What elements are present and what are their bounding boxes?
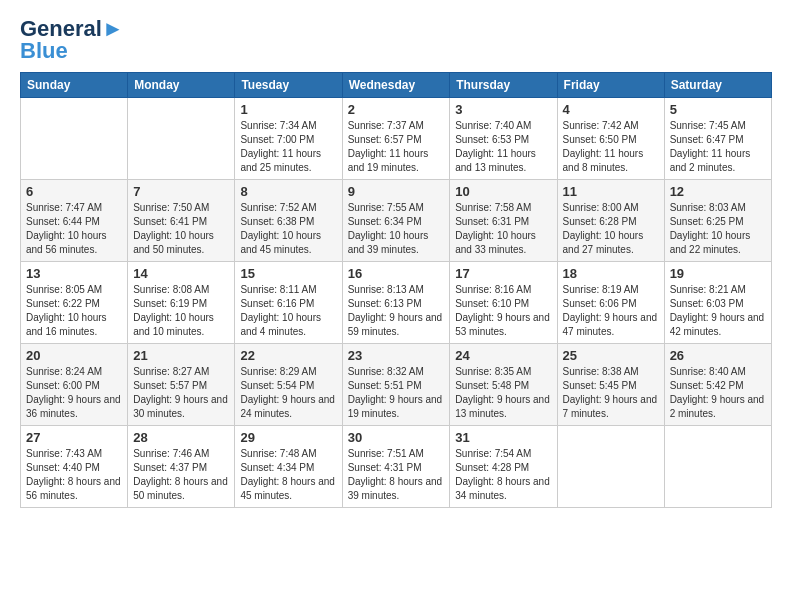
day-info-line: Sunrise: 7:34 AM bbox=[240, 119, 336, 133]
calendar-cell: 14Sunrise: 8:08 AMSunset: 6:19 PMDayligh… bbox=[128, 262, 235, 344]
day-number: 17 bbox=[455, 266, 551, 281]
calendar-cell: 10Sunrise: 7:58 AMSunset: 6:31 PMDayligh… bbox=[450, 180, 557, 262]
day-number: 11 bbox=[563, 184, 659, 199]
day-info-line: Daylight: 8 hours and 39 minutes. bbox=[348, 475, 445, 503]
day-info-line: Sunset: 6:50 PM bbox=[563, 133, 659, 147]
day-number: 5 bbox=[670, 102, 766, 117]
day-info-line: Sunrise: 7:54 AM bbox=[455, 447, 551, 461]
day-info-line: Sunset: 4:28 PM bbox=[455, 461, 551, 475]
day-info-line: Sunset: 6:53 PM bbox=[455, 133, 551, 147]
day-info-line: Daylight: 8 hours and 45 minutes. bbox=[240, 475, 336, 503]
day-info-line: Daylight: 9 hours and 7 minutes. bbox=[563, 393, 659, 421]
day-info-line: Sunset: 6:41 PM bbox=[133, 215, 229, 229]
day-number: 1 bbox=[240, 102, 336, 117]
calendar-cell: 7Sunrise: 7:50 AMSunset: 6:41 PMDaylight… bbox=[128, 180, 235, 262]
calendar-cell: 2Sunrise: 7:37 AMSunset: 6:57 PMDaylight… bbox=[342, 98, 450, 180]
day-info-line: Sunrise: 7:52 AM bbox=[240, 201, 336, 215]
day-info-line: Sunrise: 8:32 AM bbox=[348, 365, 445, 379]
day-info-line: Sunrise: 8:11 AM bbox=[240, 283, 336, 297]
day-info-line: Daylight: 11 hours and 2 minutes. bbox=[670, 147, 766, 175]
calendar-cell: 24Sunrise: 8:35 AMSunset: 5:48 PMDayligh… bbox=[450, 344, 557, 426]
calendar-cell: 26Sunrise: 8:40 AMSunset: 5:42 PMDayligh… bbox=[664, 344, 771, 426]
calendar-cell: 27Sunrise: 7:43 AMSunset: 4:40 PMDayligh… bbox=[21, 426, 128, 508]
day-number: 23 bbox=[348, 348, 445, 363]
day-info-line: Daylight: 9 hours and 19 minutes. bbox=[348, 393, 445, 421]
day-info-line: Sunset: 4:37 PM bbox=[133, 461, 229, 475]
day-info-line: Sunrise: 7:46 AM bbox=[133, 447, 229, 461]
calendar-table: SundayMondayTuesdayWednesdayThursdayFrid… bbox=[20, 72, 772, 508]
day-number: 4 bbox=[563, 102, 659, 117]
day-number: 3 bbox=[455, 102, 551, 117]
calendar-cell: 19Sunrise: 8:21 AMSunset: 6:03 PMDayligh… bbox=[664, 262, 771, 344]
day-number: 8 bbox=[240, 184, 336, 199]
day-info-line: Sunrise: 8:05 AM bbox=[26, 283, 122, 297]
calendar-cell: 3Sunrise: 7:40 AMSunset: 6:53 PMDaylight… bbox=[450, 98, 557, 180]
day-info-line: Sunset: 6:03 PM bbox=[670, 297, 766, 311]
day-info-line: Sunrise: 8:03 AM bbox=[670, 201, 766, 215]
logo-subtext: Blue bbox=[20, 38, 68, 64]
day-number: 25 bbox=[563, 348, 659, 363]
day-number: 12 bbox=[670, 184, 766, 199]
calendar-cell: 22Sunrise: 8:29 AMSunset: 5:54 PMDayligh… bbox=[235, 344, 342, 426]
day-info-line: Daylight: 9 hours and 30 minutes. bbox=[133, 393, 229, 421]
calendar-cell: 1Sunrise: 7:34 AMSunset: 7:00 PMDaylight… bbox=[235, 98, 342, 180]
day-info-line: Sunset: 5:57 PM bbox=[133, 379, 229, 393]
day-info-line: Sunset: 4:40 PM bbox=[26, 461, 122, 475]
day-info-line: Daylight: 10 hours and 56 minutes. bbox=[26, 229, 122, 257]
day-info-line: Sunrise: 8:08 AM bbox=[133, 283, 229, 297]
day-info-line: Daylight: 8 hours and 56 minutes. bbox=[26, 475, 122, 503]
day-info-line: Sunset: 6:10 PM bbox=[455, 297, 551, 311]
calendar-cell: 11Sunrise: 8:00 AMSunset: 6:28 PMDayligh… bbox=[557, 180, 664, 262]
day-info-line: Sunrise: 8:13 AM bbox=[348, 283, 445, 297]
calendar-cell: 13Sunrise: 8:05 AMSunset: 6:22 PMDayligh… bbox=[21, 262, 128, 344]
weekday-header: Thursday bbox=[450, 73, 557, 98]
day-info-line: Sunrise: 7:40 AM bbox=[455, 119, 551, 133]
calendar-cell: 23Sunrise: 8:32 AMSunset: 5:51 PMDayligh… bbox=[342, 344, 450, 426]
day-number: 22 bbox=[240, 348, 336, 363]
calendar-cell bbox=[557, 426, 664, 508]
calendar-cell: 12Sunrise: 8:03 AMSunset: 6:25 PMDayligh… bbox=[664, 180, 771, 262]
day-info-line: Daylight: 10 hours and 45 minutes. bbox=[240, 229, 336, 257]
day-info-line: Sunrise: 8:35 AM bbox=[455, 365, 551, 379]
day-info-line: Sunset: 6:13 PM bbox=[348, 297, 445, 311]
day-info-line: Sunrise: 8:16 AM bbox=[455, 283, 551, 297]
page-header: General► Blue bbox=[20, 16, 772, 64]
calendar-header-row: SundayMondayTuesdayWednesdayThursdayFrid… bbox=[21, 73, 772, 98]
day-info-line: Sunset: 5:45 PM bbox=[563, 379, 659, 393]
calendar-cell: 28Sunrise: 7:46 AMSunset: 4:37 PMDayligh… bbox=[128, 426, 235, 508]
calendar-cell: 15Sunrise: 8:11 AMSunset: 6:16 PMDayligh… bbox=[235, 262, 342, 344]
day-info-line: Sunset: 5:54 PM bbox=[240, 379, 336, 393]
day-info-line: Sunset: 6:25 PM bbox=[670, 215, 766, 229]
calendar-cell: 29Sunrise: 7:48 AMSunset: 4:34 PMDayligh… bbox=[235, 426, 342, 508]
calendar-cell: 16Sunrise: 8:13 AMSunset: 6:13 PMDayligh… bbox=[342, 262, 450, 344]
weekday-header: Friday bbox=[557, 73, 664, 98]
day-info-line: Sunrise: 7:51 AM bbox=[348, 447, 445, 461]
day-info-line: Daylight: 10 hours and 27 minutes. bbox=[563, 229, 659, 257]
day-info-line: Daylight: 10 hours and 22 minutes. bbox=[670, 229, 766, 257]
day-info-line: Daylight: 11 hours and 25 minutes. bbox=[240, 147, 336, 175]
calendar-week-row: 6Sunrise: 7:47 AMSunset: 6:44 PMDaylight… bbox=[21, 180, 772, 262]
calendar-cell: 17Sunrise: 8:16 AMSunset: 6:10 PMDayligh… bbox=[450, 262, 557, 344]
calendar-cell: 18Sunrise: 8:19 AMSunset: 6:06 PMDayligh… bbox=[557, 262, 664, 344]
day-info-line: Sunrise: 8:00 AM bbox=[563, 201, 659, 215]
day-number: 16 bbox=[348, 266, 445, 281]
day-info-line: Sunset: 6:31 PM bbox=[455, 215, 551, 229]
day-info-line: Sunset: 5:48 PM bbox=[455, 379, 551, 393]
day-info-line: Sunset: 6:00 PM bbox=[26, 379, 122, 393]
day-info-line: Daylight: 10 hours and 33 minutes. bbox=[455, 229, 551, 257]
day-info-line: Sunrise: 8:38 AM bbox=[563, 365, 659, 379]
day-info-line: Daylight: 11 hours and 19 minutes. bbox=[348, 147, 445, 175]
day-info-line: Daylight: 10 hours and 16 minutes. bbox=[26, 311, 122, 339]
weekday-header: Saturday bbox=[664, 73, 771, 98]
day-number: 9 bbox=[348, 184, 445, 199]
logo: General► Blue bbox=[20, 16, 124, 64]
day-number: 15 bbox=[240, 266, 336, 281]
day-info-line: Sunset: 6:22 PM bbox=[26, 297, 122, 311]
weekday-header: Tuesday bbox=[235, 73, 342, 98]
day-info-line: Sunrise: 7:37 AM bbox=[348, 119, 445, 133]
day-info-line: Sunrise: 8:19 AM bbox=[563, 283, 659, 297]
calendar-cell: 6Sunrise: 7:47 AMSunset: 6:44 PMDaylight… bbox=[21, 180, 128, 262]
day-number: 18 bbox=[563, 266, 659, 281]
day-number: 20 bbox=[26, 348, 122, 363]
day-info-line: Daylight: 10 hours and 10 minutes. bbox=[133, 311, 229, 339]
